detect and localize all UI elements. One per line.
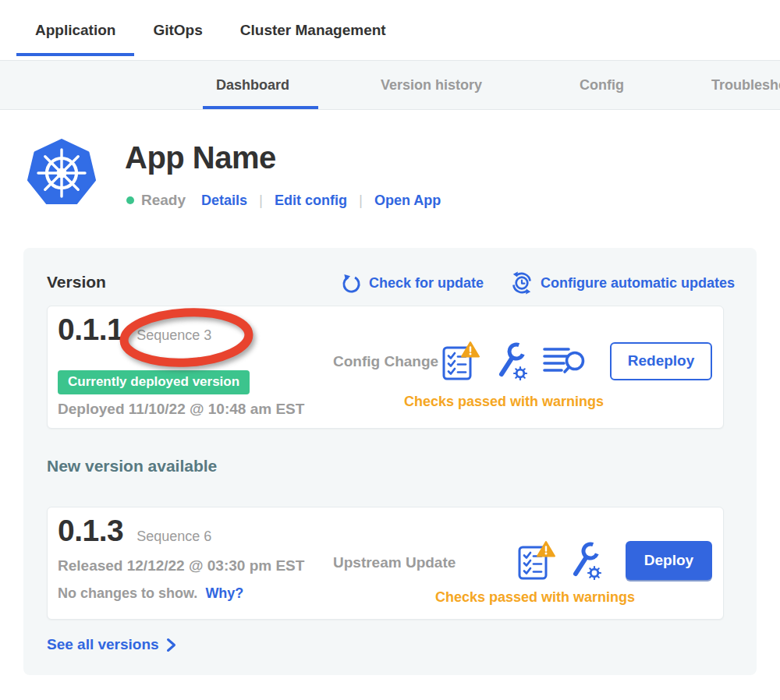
available-version-actions: Deploy bbox=[518, 540, 712, 581]
deploy-button[interactable]: Deploy bbox=[626, 541, 712, 580]
available-version-number: 0.1.3 bbox=[58, 514, 123, 548]
checks-status-available: Checks passed with warnings bbox=[402, 589, 668, 606]
config-wrench-icon[interactable] bbox=[569, 541, 601, 580]
why-link[interactable]: Why? bbox=[205, 585, 243, 601]
see-all-versions-link[interactable]: See all versions bbox=[47, 636, 176, 653]
kubernetes-logo bbox=[27, 139, 96, 207]
active-tab-underline bbox=[203, 106, 318, 109]
tab-application[interactable]: Application bbox=[16, 0, 134, 60]
redeploy-button[interactable]: Redeploy bbox=[610, 342, 712, 380]
current-version-number: 0.1.1 bbox=[58, 313, 123, 347]
top-nav: Application GitOps Cluster Management bbox=[0, 0, 780, 60]
currently-deployed-badge: Currently deployed version bbox=[58, 370, 250, 394]
deployed-timestamp: Deployed 11/10/22 @ 10:48 am EST bbox=[58, 401, 304, 418]
version-section: Version Check for update Configur bbox=[23, 248, 757, 675]
admin-console-dashboard: Application GitOps Cluster Management Da… bbox=[0, 0, 780, 700]
current-version-card: 0.1.1 Sequence 3 Currently deployed vers… bbox=[47, 306, 724, 429]
tab-cluster-management[interactable]: Cluster Management bbox=[222, 0, 405, 60]
app-status: Ready bbox=[141, 192, 186, 209]
tab-config[interactable]: Config bbox=[580, 61, 624, 109]
edit-config-link[interactable]: Edit config bbox=[275, 193, 347, 209]
refresh-icon bbox=[341, 273, 362, 294]
auto-update-schedule-icon bbox=[510, 271, 534, 295]
current-version-actions: Redeploy bbox=[442, 341, 712, 381]
check-for-update-link[interactable]: Check for update bbox=[341, 273, 484, 294]
no-changes-text: No changes to show. bbox=[58, 585, 197, 601]
link-separator: | bbox=[359, 192, 363, 209]
change-type-label: Config Change bbox=[333, 353, 438, 370]
available-version-sequence: Sequence 6 bbox=[136, 529, 211, 545]
app-title: App Name bbox=[125, 140, 276, 175]
change-type-label: Upstream Update bbox=[333, 554, 456, 571]
open-app-link[interactable]: Open App bbox=[374, 193, 441, 209]
available-version-line: 0.1.3 Sequence 6 bbox=[58, 514, 211, 548]
no-changes-row: No changes to show. Why? bbox=[58, 585, 243, 602]
new-version-heading: New version available bbox=[47, 457, 217, 476]
link-separator: | bbox=[259, 192, 263, 209]
current-version-sequence: Sequence 3 bbox=[136, 327, 211, 344]
preflight-checks-warning-icon[interactable] bbox=[518, 540, 555, 581]
tab-version-history[interactable]: Version history bbox=[381, 61, 482, 109]
tab-troubleshoot[interactable]: Troubleshoot bbox=[711, 61, 780, 109]
released-timestamp: Released 12/12/22 @ 03:30 pm EST bbox=[58, 557, 304, 574]
config-wrench-icon[interactable] bbox=[495, 341, 527, 380]
current-version-line: 0.1.1 Sequence 3 bbox=[58, 313, 211, 347]
configure-automatic-updates-link[interactable]: Configure automatic updates bbox=[510, 271, 735, 295]
checks-status-current: Checks passed with warnings bbox=[375, 394, 633, 410]
preflight-checks-warning-icon[interactable] bbox=[442, 341, 480, 381]
version-section-actions: Check for update Configure automatic upd… bbox=[341, 271, 735, 295]
view-logs-icon[interactable] bbox=[542, 344, 586, 378]
version-section-title: Version bbox=[47, 273, 106, 292]
tab-dashboard[interactable]: Dashboard bbox=[216, 61, 289, 109]
sub-nav: Dashboard Version history Config Trouble… bbox=[0, 60, 780, 110]
status-dot-icon bbox=[126, 196, 134, 204]
chevron-right-icon bbox=[166, 638, 176, 652]
details-link[interactable]: Details bbox=[201, 193, 247, 209]
app-status-row: Ready Details | Edit config | Open App bbox=[126, 189, 441, 211]
tab-gitops[interactable]: GitOps bbox=[134, 0, 221, 60]
available-version-card: 0.1.3 Sequence 6 Released 12/12/22 @ 03:… bbox=[47, 507, 724, 620]
